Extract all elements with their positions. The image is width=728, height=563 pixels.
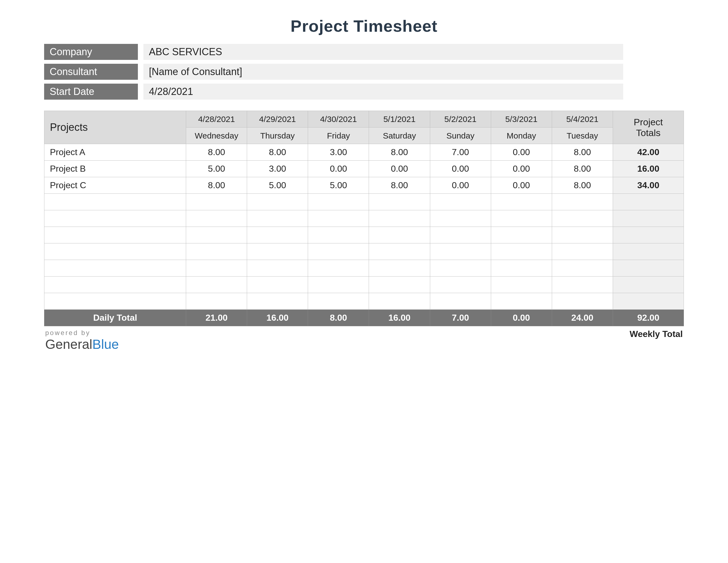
project-name-cell[interactable] — [44, 276, 186, 293]
hours-cell[interactable]: 8.00 — [186, 144, 247, 161]
daily-total-cell: 24.00 — [552, 310, 613, 326]
hours-cell[interactable] — [186, 260, 247, 276]
hours-cell[interactable]: 8.00 — [552, 161, 613, 177]
hours-cell[interactable] — [369, 276, 430, 293]
hours-cell[interactable] — [491, 243, 552, 260]
hours-cell[interactable]: 0.00 — [308, 161, 369, 177]
hours-cell[interactable] — [552, 210, 613, 227]
project-name-cell[interactable] — [44, 210, 186, 227]
project-name-cell[interactable] — [44, 243, 186, 260]
table-row: Project B5.003.000.000.000.000.008.0016.… — [44, 161, 684, 177]
hours-cell[interactable] — [430, 276, 491, 293]
hours-cell[interactable] — [430, 243, 491, 260]
hours-cell[interactable] — [247, 194, 308, 210]
hours-cell[interactable] — [369, 194, 430, 210]
consultant-label: Consultant — [44, 64, 138, 80]
hours-cell[interactable] — [369, 243, 430, 260]
hours-cell[interactable]: 5.00 — [247, 177, 308, 194]
hours-cell[interactable] — [491, 276, 552, 293]
hours-cell[interactable]: 0.00 — [430, 177, 491, 194]
hours-cell[interactable] — [247, 260, 308, 276]
hours-cell[interactable] — [369, 260, 430, 276]
hours-cell[interactable] — [186, 210, 247, 227]
hours-cell[interactable] — [491, 260, 552, 276]
company-value[interactable]: ABC SERVICES — [143, 44, 623, 60]
hours-cell[interactable]: 8.00 — [552, 177, 613, 194]
hours-cell[interactable] — [552, 260, 613, 276]
hours-cell[interactable] — [247, 210, 308, 227]
table-row: Project A8.008.003.008.007.000.008.0042.… — [44, 144, 684, 161]
hours-cell[interactable] — [247, 276, 308, 293]
hours-cell[interactable] — [430, 194, 491, 210]
hours-cell[interactable] — [186, 194, 247, 210]
project-name-cell[interactable] — [44, 227, 186, 243]
project-name-cell[interactable]: Project B — [44, 161, 186, 177]
hours-cell[interactable] — [186, 276, 247, 293]
hours-cell[interactable] — [552, 276, 613, 293]
hours-cell[interactable]: 8.00 — [369, 144, 430, 161]
hours-cell[interactable]: 8.00 — [186, 177, 247, 194]
hours-cell[interactable]: 0.00 — [430, 161, 491, 177]
hours-cell[interactable] — [430, 227, 491, 243]
hours-cell[interactable]: 5.00 — [186, 161, 247, 177]
hours-cell[interactable]: 3.00 — [308, 144, 369, 161]
daily-total-label: Daily Total — [44, 310, 186, 326]
hours-cell[interactable] — [369, 227, 430, 243]
hours-cell[interactable]: 8.00 — [552, 144, 613, 161]
hours-cell[interactable]: 8.00 — [247, 144, 308, 161]
hours-cell[interactable] — [308, 276, 369, 293]
hours-cell[interactable] — [308, 260, 369, 276]
hours-cell[interactable] — [369, 293, 430, 310]
project-total-cell — [613, 276, 684, 293]
consultant-value[interactable]: [Name of Consultant] — [143, 64, 623, 80]
project-name-cell[interactable] — [44, 293, 186, 310]
hours-cell[interactable]: 0.00 — [491, 177, 552, 194]
header-day: Wednesday — [186, 127, 247, 144]
hours-cell[interactable] — [308, 194, 369, 210]
hours-cell[interactable] — [308, 243, 369, 260]
hours-cell[interactable] — [491, 210, 552, 227]
hours-cell[interactable] — [430, 260, 491, 276]
hours-cell[interactable] — [186, 227, 247, 243]
hours-cell[interactable] — [491, 194, 552, 210]
hours-cell[interactable]: 0.00 — [491, 144, 552, 161]
hours-cell[interactable] — [552, 227, 613, 243]
daily-total-cell: 21.00 — [186, 310, 247, 326]
hours-cell[interactable] — [430, 210, 491, 227]
project-name-cell[interactable] — [44, 194, 186, 210]
project-name-cell[interactable]: Project C — [44, 177, 186, 194]
project-name-cell[interactable]: Project A — [44, 144, 186, 161]
hours-cell[interactable] — [491, 293, 552, 310]
hours-cell[interactable] — [552, 243, 613, 260]
table-row — [44, 293, 684, 310]
table-header: Projects 4/28/2021 4/29/2021 4/30/2021 5… — [44, 111, 684, 144]
hours-cell[interactable] — [308, 210, 369, 227]
hours-cell[interactable] — [247, 227, 308, 243]
hours-cell[interactable]: 5.00 — [308, 177, 369, 194]
hours-cell[interactable] — [186, 293, 247, 310]
hours-cell[interactable]: 3.00 — [247, 161, 308, 177]
hours-cell[interactable] — [552, 293, 613, 310]
hours-cell[interactable] — [308, 227, 369, 243]
header-date: 5/3/2021 — [491, 111, 552, 127]
hours-cell[interactable]: 8.00 — [369, 177, 430, 194]
hours-cell[interactable]: 7.00 — [430, 144, 491, 161]
weekly-total-label: Weekly Total — [630, 329, 683, 339]
hours-cell[interactable] — [186, 243, 247, 260]
project-name-cell[interactable] — [44, 260, 186, 276]
hours-cell[interactable] — [247, 293, 308, 310]
startdate-value[interactable]: 4/28/2021 — [143, 84, 623, 100]
hours-cell[interactable] — [491, 227, 552, 243]
hours-cell[interactable] — [247, 243, 308, 260]
hours-cell[interactable] — [369, 210, 430, 227]
hours-cell[interactable] — [308, 293, 369, 310]
hours-cell[interactable] — [430, 293, 491, 310]
hours-cell[interactable]: 0.00 — [369, 161, 430, 177]
hours-cell[interactable]: 0.00 — [491, 161, 552, 177]
company-label: Company — [44, 44, 138, 60]
daily-total-cell: 7.00 — [430, 310, 491, 326]
table-row — [44, 260, 684, 276]
hours-cell[interactable] — [552, 194, 613, 210]
table-row: Project C8.005.005.008.000.000.008.0034.… — [44, 177, 684, 194]
project-total-cell — [613, 293, 684, 310]
